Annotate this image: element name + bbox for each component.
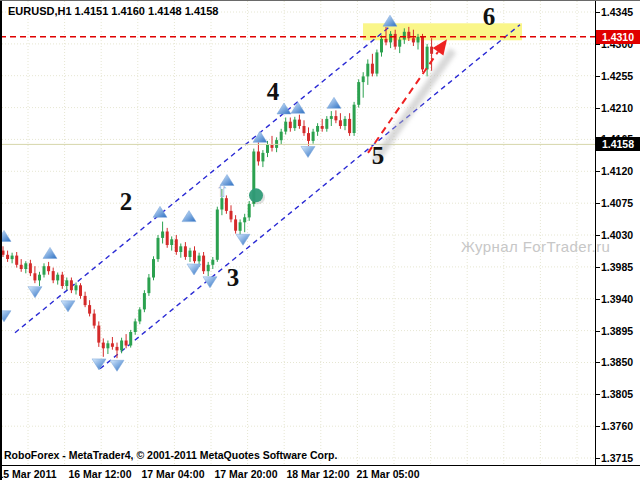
candle-body bbox=[234, 219, 237, 230]
price-tick-mark bbox=[595, 362, 600, 363]
candle-body bbox=[120, 341, 123, 351]
forecast-arrow-head bbox=[433, 39, 447, 55]
fractal-down-icon bbox=[236, 234, 250, 245]
candle-body bbox=[389, 34, 392, 43]
fractal-up-icon bbox=[182, 211, 196, 222]
candle-body bbox=[143, 293, 146, 309]
candle-body bbox=[298, 120, 301, 126]
candle-body bbox=[248, 204, 251, 218]
candle-body bbox=[417, 37, 420, 43]
candle-body bbox=[79, 285, 82, 296]
alert-price-flag: 1.4310 bbox=[596, 30, 640, 44]
bid-price-flag: 1.4158 bbox=[596, 137, 640, 151]
candle-body bbox=[403, 32, 406, 40]
candle-body bbox=[29, 263, 32, 273]
fractal-down-icon bbox=[110, 360, 124, 371]
price-tick-label: 1.3805 bbox=[601, 388, 640, 400]
candle-body bbox=[61, 275, 64, 286]
candle-body bbox=[157, 238, 160, 259]
price-tick-label: 1.4120 bbox=[601, 165, 640, 177]
wave-label-2: 2 bbox=[120, 188, 133, 216]
candle-body bbox=[116, 347, 119, 351]
time-axis-label: 17 Mar 04:00 bbox=[141, 468, 204, 480]
candle-body bbox=[316, 126, 319, 132]
candle-body bbox=[11, 256, 14, 260]
candle-body bbox=[52, 271, 55, 280]
fractal-up-icon bbox=[327, 97, 341, 108]
candle-body bbox=[20, 265, 23, 269]
time-axis-label: 18 Mar 12:00 bbox=[286, 468, 349, 480]
time-axis-label: 15 Mar 2011 bbox=[0, 468, 56, 480]
price-tick-label: 1.4075 bbox=[601, 197, 640, 209]
candle-body bbox=[129, 332, 132, 346]
candle-body bbox=[385, 39, 388, 43]
price-tick-mark bbox=[595, 44, 600, 45]
fractal-up-icon bbox=[153, 206, 167, 217]
candle-body bbox=[207, 265, 210, 271]
candle-body bbox=[84, 296, 87, 305]
fractal-down-icon bbox=[301, 146, 315, 157]
candle-body bbox=[230, 211, 233, 220]
price-tick-label: 1.3895 bbox=[601, 325, 640, 337]
candle-body bbox=[330, 116, 333, 119]
price-axis-line bbox=[595, 1, 596, 466]
wave-label-5: 5 bbox=[372, 142, 385, 170]
price-tick-mark bbox=[595, 108, 600, 109]
candle-body bbox=[97, 326, 100, 343]
candle-body bbox=[211, 260, 214, 265]
forecast-arrow-line[interactable] bbox=[368, 52, 438, 153]
candle-body bbox=[179, 246, 182, 252]
candle-body bbox=[362, 76, 365, 82]
candle-body bbox=[412, 38, 415, 42]
candle-body bbox=[307, 133, 310, 141]
copyright-text: RoboForex - MetaTrader4, © 2001-2011 Met… bbox=[4, 449, 337, 461]
candle-body bbox=[47, 266, 50, 271]
candle-body bbox=[106, 343, 109, 348]
price-tick-label: 1.3850 bbox=[601, 356, 640, 368]
price-tick-mark bbox=[595, 331, 600, 332]
candle-body bbox=[175, 239, 178, 252]
candle-body bbox=[303, 126, 306, 133]
candle-body bbox=[289, 122, 292, 128]
price-tick-mark bbox=[595, 426, 600, 427]
price-tick-mark bbox=[595, 12, 600, 13]
price-tick-label: 1.3985 bbox=[601, 261, 640, 273]
candle-body bbox=[344, 119, 347, 126]
candle-body bbox=[257, 152, 260, 162]
time-axis-label: 21 Mar 05:00 bbox=[356, 468, 419, 480]
candle-body bbox=[348, 119, 351, 133]
candle-body bbox=[216, 210, 219, 260]
fractal-down-icon bbox=[92, 359, 106, 370]
candle-body bbox=[184, 246, 187, 257]
price-tick-mark bbox=[595, 299, 600, 300]
candle-body bbox=[394, 34, 397, 47]
candle-body bbox=[426, 47, 429, 70]
candle-body bbox=[38, 275, 41, 281]
candle-body bbox=[193, 251, 196, 262]
channel-line-lower[interactable] bbox=[100, 25, 520, 369]
price-tick-label: 1.4345 bbox=[601, 6, 640, 18]
chart-left-border bbox=[0, 1, 2, 480]
price-tick-mark bbox=[595, 235, 600, 236]
candle-body bbox=[152, 259, 155, 277]
candle-body bbox=[198, 256, 201, 262]
candle-body bbox=[189, 251, 192, 257]
wave-label-4: 4 bbox=[267, 78, 280, 106]
time-axis-line bbox=[0, 465, 640, 466]
price-tick-label: 1.3940 bbox=[601, 293, 640, 305]
fractal-down-icon bbox=[28, 287, 42, 298]
candle-body bbox=[366, 64, 369, 77]
candle-body bbox=[6, 255, 9, 259]
time-axis-label: 17 Mar 20:00 bbox=[214, 468, 277, 480]
candle-body bbox=[353, 105, 356, 133]
chart-title-ohlc: EURUSD,H1 1.4151 1.4160 1.4148 1.4158 bbox=[8, 5, 218, 17]
fractal-up-icon bbox=[383, 15, 397, 26]
price-tick-label: 1.3715 bbox=[601, 452, 640, 464]
candle-body bbox=[421, 37, 424, 70]
candle-body bbox=[33, 273, 36, 280]
candle-body bbox=[202, 256, 205, 272]
price-tick-mark bbox=[595, 458, 600, 459]
candle-body bbox=[284, 122, 287, 132]
candle-body bbox=[380, 39, 383, 53]
candle-body bbox=[125, 341, 128, 346]
